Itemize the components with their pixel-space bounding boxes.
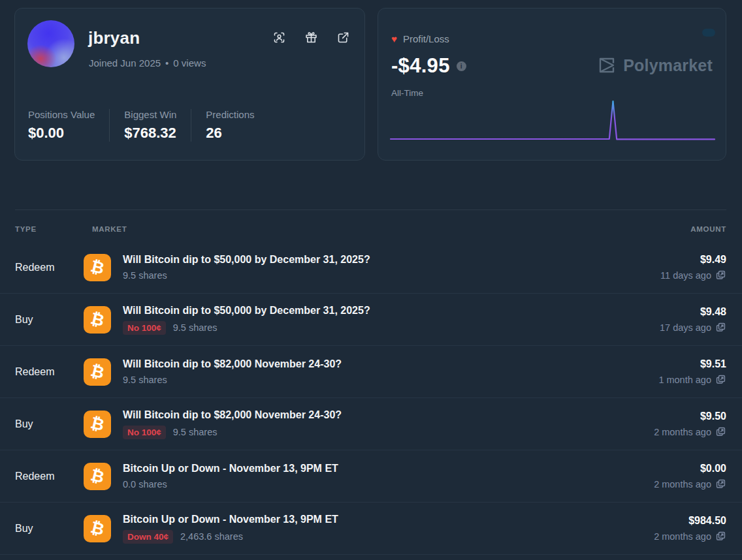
scan-face-icon[interactable] bbox=[272, 31, 286, 44]
tabs-divider bbox=[15, 210, 726, 210]
table-row[interactable]: Buy ₿ Will Bitcoin dip to $50,000 by Dec… bbox=[0, 294, 742, 346]
profile-stat: Positions Value $0.00 bbox=[28, 109, 109, 142]
market-title[interactable]: Will Bitcoin dip to $82,000 November 24-… bbox=[123, 358, 658, 370]
amount-value: $984.50 bbox=[654, 515, 726, 527]
stat-value: 26 bbox=[206, 125, 254, 142]
time-ago: 2 months ago bbox=[654, 479, 711, 490]
profile-actions bbox=[272, 31, 350, 44]
table-header: TYPE MARKET AMOUNT bbox=[15, 225, 726, 233]
pnl-header: ♥ Profit/Loss bbox=[391, 33, 449, 44]
table-row[interactable]: Redeem ₿ Will Bitcoin dip to $50,000 by … bbox=[0, 241, 742, 294]
table-row[interactable]: Buy ₿ Will Bitcoin dip to $82,000 Novemb… bbox=[0, 398, 742, 450]
time-ago: 2 months ago bbox=[654, 531, 711, 542]
activity-type: Buy bbox=[15, 418, 84, 430]
market-title[interactable]: Bitcoin Up or Down - November 13, 9PM ET bbox=[123, 514, 654, 525]
gift-icon[interactable] bbox=[304, 31, 318, 44]
market-title[interactable]: Bitcoin Up or Down - November 13, 9PM ET bbox=[123, 463, 654, 474]
time-ago: 17 days ago bbox=[660, 322, 711, 333]
activity-type: Redeem bbox=[15, 366, 84, 378]
transaction-link-icon[interactable] bbox=[715, 374, 726, 385]
table-row[interactable]: Redeem ₿ Will Bitcoin dip to $82,000 Nov… bbox=[0, 346, 742, 398]
stat-label: Predictions bbox=[206, 109, 254, 120]
bitcoin-icon: ₿ bbox=[84, 358, 111, 386]
stat-label: Positions Value bbox=[28, 109, 95, 120]
bitcoin-icon: ₿ bbox=[84, 515, 111, 542]
polymarket-wordmark: Polymarket bbox=[623, 56, 713, 75]
transaction-link-icon[interactable] bbox=[715, 531, 726, 542]
activity-type: Redeem bbox=[15, 471, 84, 482]
activity-list: Redeem ₿ Will Bitcoin dip to $50,000 by … bbox=[0, 241, 742, 555]
shares-count: 9.5 shares bbox=[173, 427, 218, 437]
views-count: 0 views bbox=[173, 57, 206, 69]
shares-count: 9.5 shares bbox=[123, 375, 167, 385]
share-icon[interactable] bbox=[336, 31, 350, 44]
dot-separator: • bbox=[165, 57, 169, 69]
column-header-market: MARKET bbox=[84, 225, 690, 233]
profile-stats: Positions Value $0.00 Biggest Win $768.3… bbox=[28, 109, 269, 142]
bitcoin-icon: ₿ bbox=[84, 463, 111, 490]
activity-type: Buy bbox=[15, 523, 84, 535]
column-header-amount: AMOUNT bbox=[690, 225, 726, 233]
table-row[interactable]: Redeem ₿ Bitcoin Up or Down - November 1… bbox=[0, 450, 742, 503]
profile-stat: Biggest Win $768.32 bbox=[109, 109, 191, 142]
info-icon[interactable]: i bbox=[457, 61, 466, 71]
shares-count: 2,463.6 shares bbox=[180, 531, 243, 542]
table-row[interactable]: Buy ₿ Bitcoin Up or Down - November 13, … bbox=[0, 503, 742, 555]
range-button-1m[interactable] bbox=[684, 29, 697, 37]
amount-value: $9.51 bbox=[658, 358, 726, 370]
amount-value: $9.48 bbox=[660, 306, 726, 318]
transaction-link-icon[interactable] bbox=[715, 322, 726, 333]
bitcoin-icon: ₿ bbox=[84, 411, 111, 438]
stat-label: Biggest Win bbox=[124, 109, 176, 120]
market-title[interactable]: Will Bitcoin dip to $82,000 November 24-… bbox=[123, 409, 654, 421]
amount-value: $0.00 bbox=[654, 463, 726, 474]
shares-count: 9.5 shares bbox=[123, 270, 167, 281]
transaction-link-icon[interactable] bbox=[715, 270, 726, 281]
time-ago: 11 days ago bbox=[660, 270, 711, 281]
market-title[interactable]: Will Bitcoin dip to $50,000 by December … bbox=[123, 254, 660, 266]
activity-type: Buy bbox=[15, 314, 84, 326]
transaction-link-icon[interactable] bbox=[715, 426, 726, 437]
tab-bar bbox=[15, 185, 40, 194]
profit-loss-card: ♥ Profit/Loss -$4.95 i All-Time Polymark… bbox=[378, 8, 726, 161]
shares-count: 0.0 shares bbox=[123, 479, 167, 490]
amount-value: $9.49 bbox=[660, 254, 726, 266]
bitcoin-icon: ₿ bbox=[84, 254, 111, 281]
pnl-value: -$4.95 bbox=[391, 54, 450, 78]
time-ago: 1 month ago bbox=[658, 375, 711, 385]
range-button-1d[interactable] bbox=[647, 29, 660, 37]
column-header-type: TYPE bbox=[15, 225, 84, 233]
range-button-1w[interactable] bbox=[666, 29, 679, 37]
profile-subtitle: Joined Jun 2025•0 views bbox=[89, 57, 206, 69]
time-ago: 2 months ago bbox=[654, 427, 711, 437]
transaction-link-icon[interactable] bbox=[715, 478, 726, 490]
shares-count: 9.5 shares bbox=[173, 322, 218, 333]
bitcoin-icon: ₿ bbox=[84, 306, 111, 334]
stat-value: $0.00 bbox=[28, 125, 95, 142]
pnl-label: Profit/Loss bbox=[403, 33, 449, 44]
outcome-badge: Down 40¢ bbox=[123, 530, 173, 544]
amount-value: $9.50 bbox=[654, 411, 726, 422]
joined-date: Joined Jun 2025 bbox=[89, 57, 161, 69]
time-range-selector bbox=[647, 29, 715, 37]
avatar bbox=[27, 20, 74, 67]
polymarket-logo-icon bbox=[597, 55, 617, 75]
polymarket-watermark: Polymarket bbox=[597, 55, 713, 75]
username: jbryan bbox=[88, 28, 140, 48]
stat-value: $768.32 bbox=[124, 125, 176, 142]
market-title[interactable]: Will Bitcoin dip to $50,000 by December … bbox=[123, 305, 660, 317]
profile-card: jbryan Joined Jun 2025•0 views Positions… bbox=[14, 8, 365, 161]
outcome-badge: No 100¢ bbox=[123, 426, 166, 439]
pnl-chart bbox=[378, 96, 727, 151]
outcome-badge: No 100¢ bbox=[123, 321, 166, 335]
heart-icon: ♥ bbox=[391, 34, 397, 44]
profile-stat: Predictions 26 bbox=[191, 109, 268, 142]
activity-type: Redeem bbox=[15, 262, 84, 273]
range-button-all[interactable] bbox=[702, 29, 715, 37]
